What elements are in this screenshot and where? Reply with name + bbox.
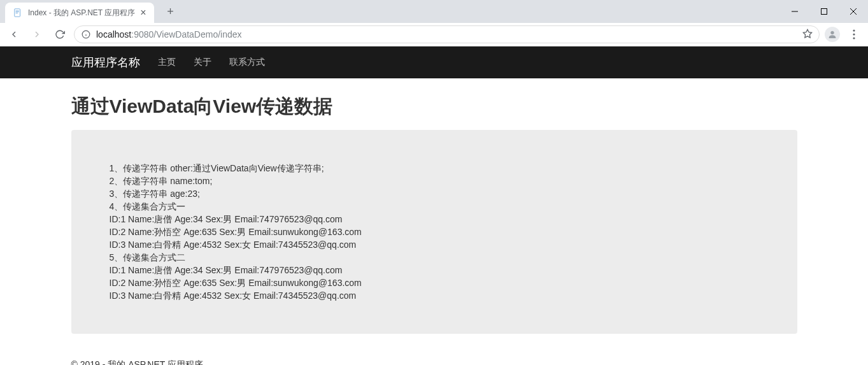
content-line: ID:1 Name:唐僧 Age:34 Sex:男 Email:74797652… [110, 264, 759, 276]
url-text: localhost:9080/ViewDataDemo/index [96, 29, 242, 39]
browser-menu-icon[interactable] [845, 25, 863, 43]
content-line: ID:3 Name:白骨精 Age:4532 Sex:女 Email:74345… [110, 289, 759, 302]
nav-link-contact[interactable]: 联系方式 [229, 57, 265, 68]
content-panel: 1、传递字符串 other:通过ViewData向View传递字符串; 2、传递… [71, 130, 797, 334]
svg-rect-3 [16, 13, 18, 13]
svg-marker-11 [803, 29, 811, 38]
minimize-button[interactable] [780, 1, 809, 22]
tab-close-icon[interactable]: × [140, 8, 146, 18]
nav-link-about[interactable]: 关于 [194, 57, 211, 68]
reload-button[interactable] [51, 25, 69, 43]
content-line: 1、传递字符串 other:通过ViewData向View传递字符串; [110, 162, 759, 175]
app-navbar: 应用程序名称 主页 关于 联系方式 [0, 47, 868, 78]
tab-title: Index - 我的 ASP.NET 应用程序 [28, 8, 135, 18]
svg-rect-5 [822, 9, 827, 15]
svg-rect-2 [16, 11, 19, 12]
url-host: localhost [96, 29, 131, 39]
content-line: 4、传递集合方式一 [110, 200, 759, 213]
page-favicon-icon [13, 8, 23, 18]
url-path: :9080/ViewDataDemo/index [131, 29, 241, 39]
footer-text: © 2019 - 我的 ASP.NET 应用程序 [71, 359, 797, 365]
browser-chrome: Index - 我的 ASP.NET 应用程序 × + localhost:90… [0, 0, 868, 47]
svg-point-15 [853, 37, 855, 39]
profile-avatar[interactable] [825, 27, 840, 42]
page-title: 通过ViewData向View传递数据 [71, 94, 797, 120]
maximize-button[interactable] [809, 1, 839, 22]
brand[interactable]: 应用程序名称 [71, 55, 140, 70]
svg-point-14 [853, 33, 855, 35]
browser-tab[interactable]: Index - 我的 ASP.NET 应用程序 × [5, 3, 154, 23]
content-line: 2、传递字符串 name:tom; [110, 175, 759, 187]
main-container: 通过ViewData向View传递数据 1、传递字符串 other:通过View… [71, 78, 797, 365]
svg-point-13 [853, 29, 855, 31]
content-line: ID:2 Name:孙悟空 Age:635 Sex:男 Email:sunwuk… [110, 225, 759, 238]
content-line: 3、传递字符串 age:23; [110, 187, 759, 200]
content-line: ID:3 Name:白骨精 Age:4532 Sex:女 Email:74345… [110, 238, 759, 251]
bookmark-star-icon[interactable] [802, 29, 813, 41]
tab-bar: Index - 我的 ASP.NET 应用程序 × + [0, 0, 868, 23]
content-line: 5、传递集合方式二 [110, 251, 759, 264]
site-info-icon[interactable] [81, 29, 91, 39]
close-window-button[interactable] [839, 1, 868, 22]
back-button[interactable] [5, 25, 23, 43]
content-line: ID:2 Name:孙悟空 Age:635 Sex:男 Email:sunwuk… [110, 276, 759, 289]
address-bar: localhost:9080/ViewDataDemo/index [0, 23, 868, 46]
content-line: ID:1 Name:唐僧 Age:34 Sex:男 Email:74797652… [110, 213, 759, 225]
svg-rect-1 [16, 11, 19, 11]
svg-point-12 [830, 31, 834, 34]
new-tab-button[interactable]: + [162, 3, 180, 20]
nav-link-home[interactable]: 主页 [158, 57, 176, 68]
forward-button[interactable] [28, 25, 46, 43]
window-controls [780, 1, 868, 22]
omnibox[interactable]: localhost:9080/ViewDataDemo/index [74, 25, 820, 43]
